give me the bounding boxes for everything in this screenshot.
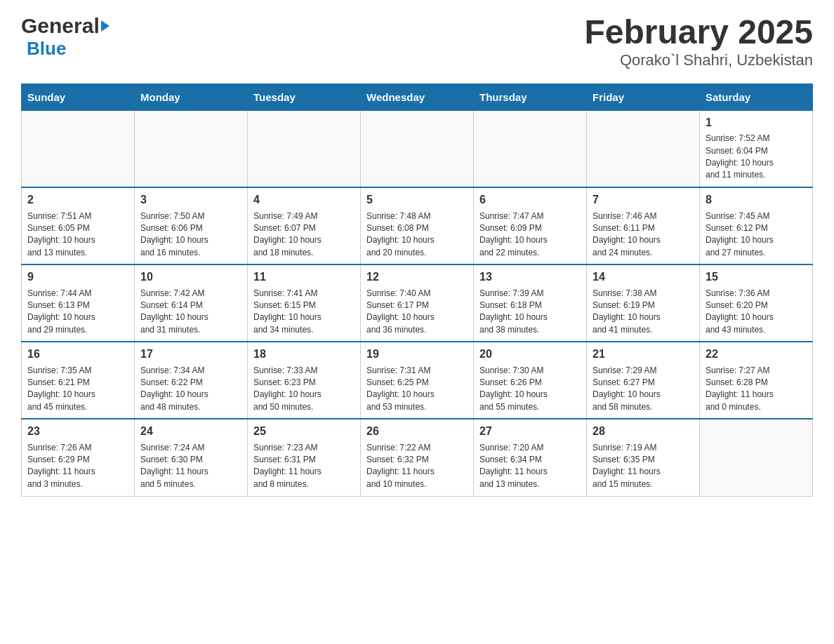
day-number: 14 (593, 269, 694, 285)
calendar-cell (587, 110, 700, 187)
day-number: 19 (366, 347, 468, 362)
day-number: 16 (27, 347, 128, 362)
calendar-cell: 28Sunrise: 7:19 AM Sunset: 6:35 PM Dayli… (587, 419, 700, 496)
day-sun-info: Sunrise: 7:52 AM Sunset: 6:04 PM Dayligh… (706, 133, 807, 182)
day-number: 13 (479, 269, 581, 285)
calendar-cell: 3Sunrise: 7:50 AM Sunset: 6:06 PM Daylig… (135, 187, 248, 264)
day-sun-info: Sunrise: 7:51 AM Sunset: 6:05 PM Dayligh… (27, 210, 128, 260)
calendar-cell (22, 110, 135, 187)
day-number: 6 (479, 192, 581, 208)
logo: General Blue (21, 14, 110, 60)
day-number: 20 (479, 347, 581, 362)
day-number: 10 (140, 269, 241, 285)
week-row-2: 2Sunrise: 7:51 AM Sunset: 6:05 PM Daylig… (22, 187, 813, 264)
day-sun-info: Sunrise: 7:20 AM Sunset: 6:34 PM Dayligh… (479, 442, 581, 491)
weekday-header-wednesday: Wednesday (361, 83, 474, 110)
weekday-row: SundayMondayTuesdayWednesdayThursdayFrid… (22, 83, 813, 110)
calendar-cell: 2Sunrise: 7:51 AM Sunset: 6:05 PM Daylig… (22, 187, 135, 264)
day-number: 12 (366, 269, 468, 285)
calendar-cell: 9Sunrise: 7:44 AM Sunset: 6:13 PM Daylig… (22, 264, 135, 342)
calendar-cell: 7Sunrise: 7:46 AM Sunset: 6:11 PM Daylig… (587, 187, 700, 264)
calendar-cell: 11Sunrise: 7:41 AM Sunset: 6:15 PM Dayli… (248, 264, 361, 342)
day-sun-info: Sunrise: 7:31 AM Sunset: 6:25 PM Dayligh… (366, 365, 468, 414)
day-sun-info: Sunrise: 7:50 AM Sunset: 6:06 PM Dayligh… (140, 210, 241, 260)
day-number: 21 (593, 347, 694, 362)
day-sun-info: Sunrise: 7:34 AM Sunset: 6:22 PM Dayligh… (140, 365, 241, 414)
day-sun-info: Sunrise: 7:40 AM Sunset: 6:17 PM Dayligh… (366, 288, 468, 337)
day-number: 28 (593, 424, 694, 439)
calendar-cell: 22Sunrise: 7:27 AM Sunset: 6:28 PM Dayli… (700, 342, 813, 419)
day-number: 1 (706, 115, 807, 130)
day-number: 9 (27, 269, 128, 285)
day-sun-info: Sunrise: 7:30 AM Sunset: 6:26 PM Dayligh… (479, 365, 581, 414)
week-row-3: 9Sunrise: 7:44 AM Sunset: 6:13 PM Daylig… (22, 264, 813, 342)
calendar-cell: 17Sunrise: 7:34 AM Sunset: 6:22 PM Dayli… (135, 342, 248, 419)
day-sun-info: Sunrise: 7:44 AM Sunset: 6:13 PM Dayligh… (27, 288, 128, 337)
day-sun-info: Sunrise: 7:23 AM Sunset: 6:31 PM Dayligh… (253, 442, 355, 491)
calendar-cell: 13Sunrise: 7:39 AM Sunset: 6:18 PM Dayli… (474, 264, 587, 342)
weekday-header-saturday: Saturday (700, 83, 813, 110)
day-sun-info: Sunrise: 7:49 AM Sunset: 6:07 PM Dayligh… (253, 210, 355, 260)
page-header: General Blue February 2025 Qorako`l Shah… (21, 14, 813, 69)
day-number: 3 (140, 192, 241, 208)
logo-general-text: General (21, 14, 100, 38)
weekday-header-sunday: Sunday (22, 83, 135, 110)
logo-arrow-icon (101, 20, 110, 32)
day-number: 8 (706, 192, 807, 208)
calendar-cell: 24Sunrise: 7:24 AM Sunset: 6:30 PM Dayli… (135, 419, 248, 496)
calendar-cell: 4Sunrise: 7:49 AM Sunset: 6:07 PM Daylig… (248, 187, 361, 264)
day-sun-info: Sunrise: 7:27 AM Sunset: 6:28 PM Dayligh… (706, 365, 807, 414)
calendar-cell: 27Sunrise: 7:20 AM Sunset: 6:34 PM Dayli… (474, 419, 587, 496)
day-sun-info: Sunrise: 7:42 AM Sunset: 6:14 PM Dayligh… (140, 288, 241, 337)
calendar-cell: 18Sunrise: 7:33 AM Sunset: 6:23 PM Dayli… (248, 342, 361, 419)
day-sun-info: Sunrise: 7:48 AM Sunset: 6:08 PM Dayligh… (366, 210, 468, 260)
day-number: 4 (253, 192, 355, 208)
calendar-header: SundayMondayTuesdayWednesdayThursdayFrid… (22, 83, 813, 110)
calendar-cell (700, 419, 813, 496)
week-row-5: 23Sunrise: 7:26 AM Sunset: 6:29 PM Dayli… (22, 419, 813, 496)
calendar-cell: 8Sunrise: 7:45 AM Sunset: 6:12 PM Daylig… (700, 187, 813, 264)
calendar-cell: 6Sunrise: 7:47 AM Sunset: 6:09 PM Daylig… (474, 187, 587, 264)
weekday-header-friday: Friday (587, 83, 700, 110)
day-number: 5 (366, 192, 468, 208)
day-number: 17 (140, 347, 241, 362)
day-sun-info: Sunrise: 7:45 AM Sunset: 6:12 PM Dayligh… (706, 210, 807, 260)
calendar-subtitle: Qorako`l Shahri, Uzbekistan (584, 51, 813, 69)
calendar-cell (248, 110, 361, 187)
title-block: February 2025 Qorako`l Shahri, Uzbekista… (584, 14, 813, 69)
calendar-cell: 20Sunrise: 7:30 AM Sunset: 6:26 PM Dayli… (474, 342, 587, 419)
day-sun-info: Sunrise: 7:46 AM Sunset: 6:11 PM Dayligh… (593, 210, 694, 260)
calendar-cell: 10Sunrise: 7:42 AM Sunset: 6:14 PM Dayli… (135, 264, 248, 342)
day-number: 15 (706, 269, 807, 285)
calendar-cell: 5Sunrise: 7:48 AM Sunset: 6:08 PM Daylig… (361, 187, 474, 264)
day-number: 22 (706, 347, 807, 362)
calendar-cell: 21Sunrise: 7:29 AM Sunset: 6:27 PM Dayli… (587, 342, 700, 419)
day-sun-info: Sunrise: 7:24 AM Sunset: 6:30 PM Dayligh… (140, 442, 241, 491)
calendar-cell: 19Sunrise: 7:31 AM Sunset: 6:25 PM Dayli… (361, 342, 474, 419)
weekday-header-tuesday: Tuesday (248, 83, 361, 110)
day-sun-info: Sunrise: 7:19 AM Sunset: 6:35 PM Dayligh… (593, 442, 694, 491)
day-sun-info: Sunrise: 7:26 AM Sunset: 6:29 PM Dayligh… (27, 442, 128, 491)
day-sun-info: Sunrise: 7:33 AM Sunset: 6:23 PM Dayligh… (253, 365, 355, 414)
day-sun-info: Sunrise: 7:29 AM Sunset: 6:27 PM Dayligh… (593, 365, 694, 414)
day-sun-info: Sunrise: 7:38 AM Sunset: 6:19 PM Dayligh… (593, 288, 694, 337)
week-row-1: 1Sunrise: 7:52 AM Sunset: 6:04 PM Daylig… (22, 110, 813, 187)
weekday-header-monday: Monday (135, 83, 248, 110)
day-number: 23 (27, 424, 128, 439)
calendar-cell: 14Sunrise: 7:38 AM Sunset: 6:19 PM Dayli… (587, 264, 700, 342)
day-number: 25 (253, 424, 355, 439)
day-number: 18 (253, 347, 355, 362)
day-number: 11 (253, 269, 355, 285)
weekday-header-thursday: Thursday (474, 83, 587, 110)
calendar-cell (361, 110, 474, 187)
day-number: 2 (27, 192, 128, 208)
week-row-4: 16Sunrise: 7:35 AM Sunset: 6:21 PM Dayli… (22, 342, 813, 419)
calendar-table: SundayMondayTuesdayWednesdayThursdayFrid… (21, 83, 813, 497)
calendar-cell (135, 110, 248, 187)
calendar-cell: 16Sunrise: 7:35 AM Sunset: 6:21 PM Dayli… (22, 342, 135, 419)
calendar-cell (474, 110, 587, 187)
day-number: 7 (593, 192, 694, 208)
logo-blue-text: Blue (27, 38, 66, 60)
day-number: 27 (479, 424, 581, 439)
day-number: 26 (366, 424, 468, 439)
